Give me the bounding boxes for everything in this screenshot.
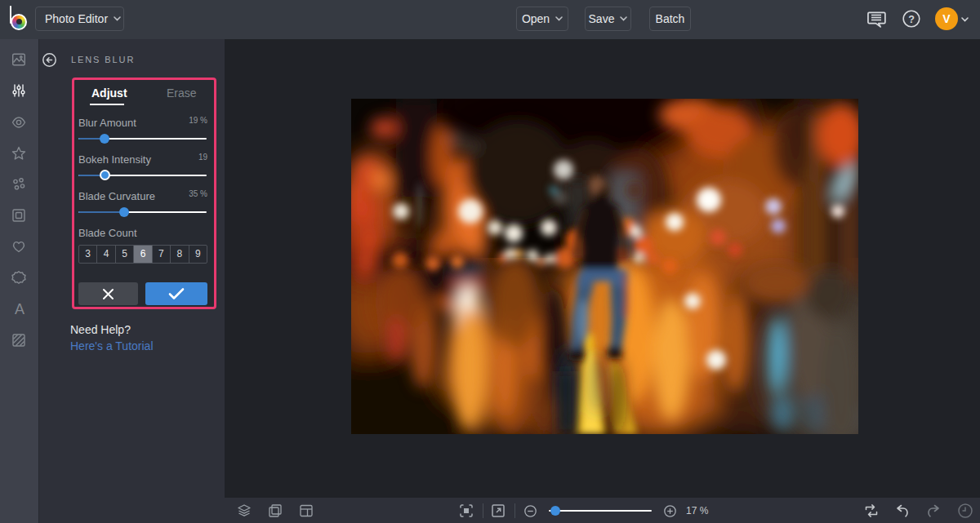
svg-text:?: ?	[908, 14, 915, 25]
